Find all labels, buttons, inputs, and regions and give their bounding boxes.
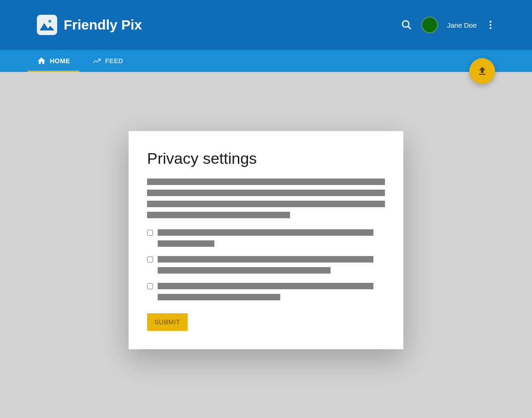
search-icon[interactable] <box>401 19 412 30</box>
privacy-description <box>147 179 385 218</box>
trending-icon <box>92 56 101 66</box>
tab-label: HOME <box>50 57 70 65</box>
nav-bar: HOME FEED <box>0 50 532 72</box>
privacy-option-2 <box>147 256 385 274</box>
avatar[interactable] <box>421 17 438 33</box>
svg-point-1 <box>402 21 409 27</box>
more-menu-icon[interactable] <box>486 21 495 29</box>
nav-tabs: HOME FEED <box>37 50 123 72</box>
tab-label: FEED <box>105 57 123 65</box>
upload-icon <box>477 66 488 77</box>
checkbox-option-2[interactable] <box>147 257 153 263</box>
main-content: Privacy settings <box>0 72 532 349</box>
tab-feed[interactable]: FEED <box>92 50 123 72</box>
home-icon <box>37 56 46 66</box>
checkbox-option-3[interactable] <box>147 283 153 289</box>
privacy-option-3 <box>147 283 385 300</box>
option-2-text <box>158 256 385 274</box>
option-1-text <box>158 229 385 247</box>
card-title: Privacy settings <box>147 149 385 167</box>
svg-point-0 <box>48 20 51 23</box>
svg-line-2 <box>408 26 411 29</box>
submit-button[interactable]: SUBMIT <box>147 313 188 331</box>
upload-button[interactable] <box>469 58 495 84</box>
tab-home[interactable]: HOME <box>37 50 70 72</box>
header-actions: Jane Doe <box>401 17 495 33</box>
checkbox-option-1[interactable] <box>147 230 153 236</box>
app-logo-icon <box>37 15 57 35</box>
option-3-text <box>158 283 385 300</box>
privacy-option-1 <box>147 229 385 247</box>
app-title: Friendly Pix <box>64 17 142 33</box>
logo-area[interactable]: Friendly Pix <box>37 15 142 35</box>
username-label[interactable]: Jane Doe <box>447 21 477 29</box>
app-header: Friendly Pix Jane Doe <box>0 0 532 50</box>
privacy-settings-card: Privacy settings <box>129 131 403 349</box>
